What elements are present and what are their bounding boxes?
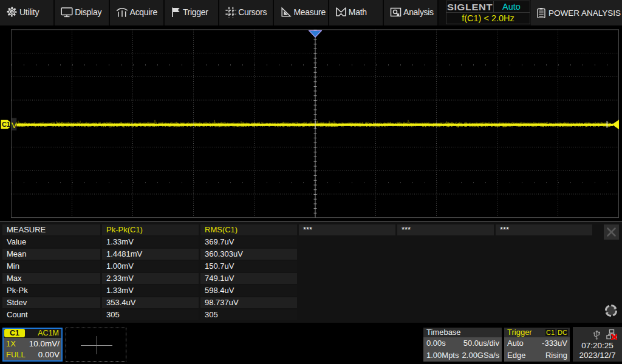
svg-text:C1: C1: [2, 121, 10, 128]
svg-text:V: V: [12, 121, 17, 130]
